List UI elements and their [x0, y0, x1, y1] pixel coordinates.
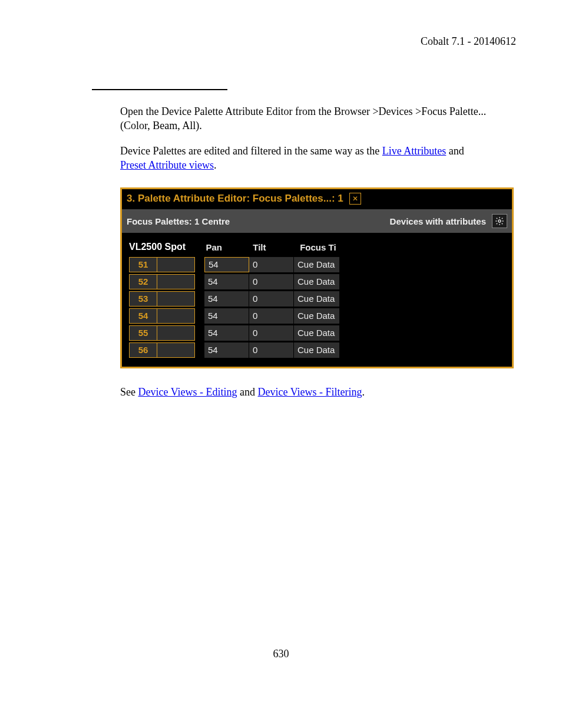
focus-cell[interactable]: Cue Data	[294, 291, 340, 307]
svg-point-0	[498, 220, 501, 222]
attribute-grid: VL2500 Spot Pan Tilt Focus Ti 51540Cue D…	[122, 233, 512, 367]
pan-cell[interactable]: 54	[204, 291, 249, 307]
device-chip[interactable]: 54	[129, 308, 195, 324]
link-preset-attribute-views[interactable]: Preset Attribute views	[120, 159, 214, 171]
tilt-cell[interactable]: 0	[249, 325, 294, 341]
pan-cell[interactable]: 54	[204, 308, 249, 324]
device-column-header: VL2500 Spot	[127, 242, 202, 252]
device-id: 52	[130, 275, 157, 289]
paragraph-1: Open the Device Palette Attribute Editor…	[120, 104, 492, 133]
grid-header-row: VL2500 Spot Pan Tilt Focus Ti	[127, 239, 345, 255]
pan-cell[interactable]: 54	[204, 325, 249, 341]
pan-cell[interactable]: 54	[204, 342, 249, 358]
focus-cell[interactable]: Cue Data	[294, 325, 340, 341]
device-chip[interactable]: 56	[129, 342, 195, 358]
para3-mid: and	[237, 386, 258, 398]
tilt-cell[interactable]: 0	[249, 291, 294, 307]
paragraph-2: Device Palettes are edited and filtered …	[120, 144, 492, 173]
para2-pre: Device Palettes are edited and filtered …	[120, 145, 382, 157]
pan-column-header[interactable]: Pan	[202, 242, 249, 252]
palette-name-label: Focus Palettes: 1 Centre	[127, 216, 230, 226]
tilt-cell[interactable]: 0	[249, 308, 294, 324]
devices-with-attributes-label: Devices with attributes	[390, 216, 486, 226]
table-row: 54540Cue Data	[127, 308, 345, 324]
focus-cell[interactable]: Cue Data	[294, 257, 340, 272]
page-number: 630	[0, 648, 562, 660]
focus-cell[interactable]: Cue Data	[294, 342, 340, 358]
pan-cell[interactable]: 54	[204, 274, 249, 289]
device-chip[interactable]: 53	[129, 291, 195, 307]
paragraph-3: See Device Views - Editing and Device Vi…	[120, 385, 492, 399]
tilt-cell[interactable]: 0	[249, 274, 294, 289]
window-titlebar: 3. Palette Attribute Editor: Focus Palet…	[122, 189, 512, 209]
para2-mid: and	[446, 145, 464, 157]
device-chip[interactable]: 52	[129, 274, 195, 289]
focus-column-header[interactable]: Focus Ti	[296, 242, 345, 252]
table-row: 55540Cue Data	[127, 325, 345, 341]
palette-attribute-editor-window: 3. Palette Attribute Editor: Focus Palet…	[120, 187, 514, 368]
tilt-cell[interactable]: 0	[249, 342, 294, 358]
window-title: 3. Palette Attribute Editor: Focus Palet…	[127, 193, 343, 205]
table-row: 52540Cue Data	[127, 274, 345, 290]
device-chip[interactable]: 55	[129, 325, 195, 341]
tilt-column-header[interactable]: Tilt	[249, 242, 296, 252]
table-row: 53540Cue Data	[127, 291, 345, 307]
close-icon[interactable]: ✕	[349, 193, 361, 205]
device-id: 51	[130, 258, 157, 272]
device-id: 56	[130, 343, 157, 357]
para3-pre: See	[120, 386, 138, 398]
link-live-attributes[interactable]: Live Attributes	[382, 145, 446, 157]
tilt-cell[interactable]: 0	[249, 257, 294, 272]
table-row: 51540Cue Data	[127, 256, 345, 273]
editor-subheader: Focus Palettes: 1 Centre Devices with at…	[122, 209, 512, 233]
para2-post: .	[214, 159, 217, 171]
para3-post: .	[362, 386, 365, 398]
link-device-views-editing[interactable]: Device Views - Editing	[138, 386, 237, 398]
device-id: 55	[130, 326, 157, 340]
pan-cell[interactable]: 54	[204, 257, 249, 272]
device-id: 53	[130, 292, 157, 306]
focus-cell[interactable]: Cue Data	[294, 308, 340, 324]
doc-header: Cobalt 7.1 - 20140612	[46, 35, 516, 48]
section-rule	[92, 89, 516, 90]
gear-icon[interactable]	[492, 214, 507, 228]
focus-cell[interactable]: Cue Data	[294, 274, 340, 289]
link-device-views-filtering[interactable]: Device Views - Filtering	[258, 386, 362, 398]
device-chip[interactable]: 51	[129, 257, 195, 272]
device-id: 54	[130, 309, 157, 323]
table-row: 56540Cue Data	[127, 342, 345, 358]
